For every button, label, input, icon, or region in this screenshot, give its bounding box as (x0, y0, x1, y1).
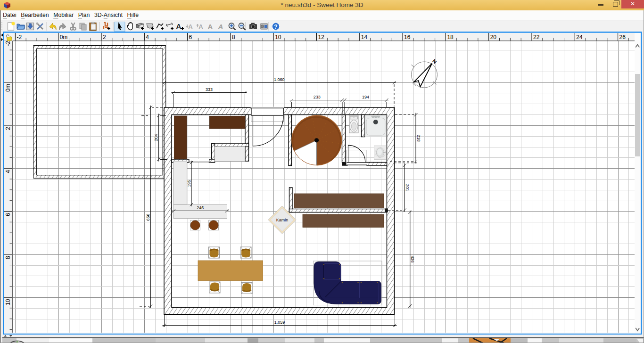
svg-text:8: 8 (232, 34, 235, 41)
svg-text:0m: 0m (5, 84, 11, 92)
svg-text:A: A (208, 23, 213, 31)
svg-text:0m: 0m (60, 34, 68, 41)
svg-text:24: 24 (576, 34, 583, 41)
svg-text:6: 6 (189, 34, 192, 41)
svg-text:246: 246 (197, 205, 204, 210)
svg-text:?: ? (274, 24, 277, 30)
svg-text:12: 12 (318, 34, 325, 41)
svg-text:-2: -2 (5, 41, 11, 46)
svg-text:20: 20 (490, 34, 497, 41)
svg-text:233: 233 (314, 95, 321, 99)
svg-text:1.060: 1.060 (274, 77, 285, 82)
svg-text:Kamin: Kamin (276, 218, 289, 222)
svg-text:10: 10 (275, 34, 281, 41)
svg-text:26: 26 (619, 34, 626, 41)
svg-text:218: 218 (416, 135, 421, 142)
svg-text:A: A (198, 23, 203, 30)
svg-text:-2: -2 (17, 34, 22, 41)
svg-text:2: 2 (103, 34, 106, 41)
svg-text:201: 201 (405, 184, 410, 191)
svg-text:22: 22 (533, 34, 540, 41)
svg-text:333: 333 (206, 87, 213, 92)
svg-text:195: 195 (187, 180, 191, 187)
svg-text:16: 16 (404, 34, 411, 41)
svg-text:4: 4 (5, 170, 11, 173)
svg-text:14: 14 (361, 34, 368, 41)
svg-text:204: 204 (154, 134, 158, 141)
svg-text:A: A (188, 23, 193, 30)
svg-text:8: 8 (5, 256, 11, 259)
svg-text:4: 4 (146, 34, 149, 41)
svg-text:A: A (218, 23, 223, 31)
svg-text:194: 194 (362, 95, 369, 99)
svg-text:1.059: 1.059 (274, 320, 285, 325)
svg-text:2: 2 (5, 127, 11, 130)
svg-text:A: A (176, 22, 182, 30)
svg-text:436: 436 (410, 255, 415, 262)
svg-text:6: 6 (5, 213, 11, 216)
svg-text:10: 10 (5, 299, 11, 305)
svg-text:656: 656 (146, 213, 150, 220)
svg-text:18: 18 (447, 34, 454, 41)
